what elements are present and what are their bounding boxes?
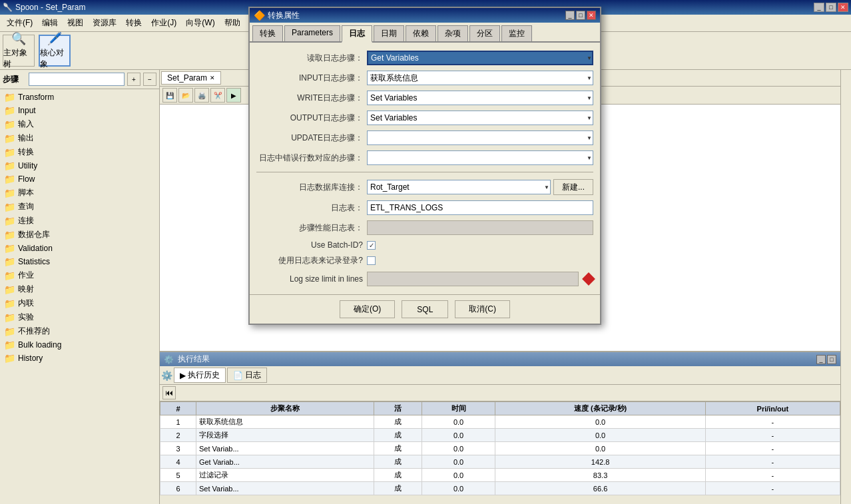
input-log-control: 获取系统信息 ▼ (367, 71, 593, 85)
form-separator (256, 172, 593, 172)
write-log-label: WRITE日志步骤： (256, 93, 363, 104)
dialog-overlay: 🔶 转换属性 _ □ ✕ 转换 Parameters 日志 日期 依赖 杂项 分… (0, 0, 851, 504)
output-log-select[interactable]: Set Variables (367, 111, 593, 125)
write-log-select[interactable]: Set Variables (367, 91, 593, 105)
log-table-row: 日志表： (256, 200, 593, 215)
use-batch-row: Use Batch-ID? (256, 240, 593, 250)
error-log-select[interactable] (367, 150, 593, 165)
perf-table-control (367, 220, 593, 235)
log-table-input[interactable] (367, 200, 593, 215)
dialog-tab-partition[interactable]: 分区 (469, 25, 500, 41)
dialog-tab-transform[interactable]: 转换 (252, 25, 283, 41)
dialog-body: 读取日志步骤： Get Variables ▼ INPUT日志步骤： (250, 43, 600, 294)
ok-button[interactable]: 确定(O) (340, 300, 395, 318)
error-log-label: 日志中错误行数对应的步骤： (256, 152, 363, 164)
dialog-tab-date[interactable]: 日期 (374, 25, 404, 41)
dialog-tab-monitor[interactable]: 监控 (501, 25, 532, 41)
perf-table-label: 步骤性能日志表： (256, 222, 363, 234)
log-size-input[interactable] (367, 272, 579, 286)
dialog-tab-log[interactable]: 日志 (342, 25, 372, 43)
output-log-control: Set Variables ▼ (367, 111, 593, 125)
log-table-control (367, 200, 593, 215)
use-log-record-label: 使用日志表来记录登录? (256, 255, 363, 266)
dialog-footer: 确定(O) SQL 取消(C) (250, 294, 600, 324)
write-log-row: WRITE日志步骤： Set Variables ▼ (256, 91, 593, 105)
dialog-tabs: 转换 Parameters 日志 日期 依赖 杂项 分区 监控 (250, 23, 600, 43)
db-conn-control: Rot_Target ▼ 新建... (367, 179, 593, 195)
dialog-maximize-btn[interactable]: □ (576, 11, 585, 20)
log-table-label: 日志表： (256, 202, 363, 214)
perf-table-row: 步骤性能日志表： (256, 220, 593, 235)
use-batch-checkbox[interactable] (367, 241, 376, 250)
read-log-select[interactable]: Get Variables (367, 51, 593, 65)
output-log-row: OUTPUT日志步骤： Set Variables ▼ (256, 111, 593, 125)
dialog-title-text: 转换属性 (268, 10, 300, 21)
log-size-control (367, 272, 593, 286)
dialog-window: 🔶 转换属性 _ □ ✕ 转换 Parameters 日志 日期 依赖 杂项 分… (248, 7, 601, 325)
use-log-record-checkbox[interactable] (367, 256, 376, 265)
cancel-button[interactable]: 取消(C) (455, 300, 510, 318)
update-log-select[interactable] (367, 130, 593, 145)
read-log-label: 读取日志步骤： (256, 53, 363, 64)
dialog-close-btn[interactable]: ✕ (587, 11, 596, 20)
sql-button[interactable]: SQL (402, 300, 448, 318)
update-log-control: ▼ (367, 130, 593, 145)
output-log-label: OUTPUT日志步骤： (256, 113, 363, 124)
dialog-tab-parameters[interactable]: Parameters (284, 25, 340, 41)
input-log-select[interactable]: 获取系统信息 (367, 71, 593, 85)
dialog-title-left: 🔶 转换属性 (254, 10, 300, 21)
new-connection-button[interactable]: 新建... (553, 179, 593, 195)
perf-table-input[interactable] (367, 220, 593, 235)
db-conn-row: 日志数据库连接： Rot_Target ▼ 新建... (256, 179, 593, 195)
read-log-control: Get Variables ▼ (367, 51, 593, 65)
error-log-control: ▼ (367, 150, 593, 165)
error-log-row: 日志中错误行数对应的步骤： ▼ (256, 150, 593, 165)
db-conn-select[interactable]: Rot_Target (367, 180, 551, 194)
dialog-tab-depends[interactable]: 依赖 (406, 25, 436, 41)
update-log-row: UPDATE日志步骤： ▼ (256, 130, 593, 145)
log-size-row: Log size limit in lines (256, 272, 593, 286)
log-size-diamond-icon[interactable] (582, 272, 595, 286)
input-log-row: INPUT日志步骤： 获取系统信息 ▼ (256, 71, 593, 85)
write-log-control: Set Variables ▼ (367, 91, 593, 105)
dialog-minimize-btn[interactable]: _ (565, 11, 575, 20)
use-log-record-control (367, 256, 593, 265)
use-batch-control (367, 241, 593, 250)
dialog-titlebar: 🔶 转换属性 _ □ ✕ (250, 8, 600, 23)
db-conn-label: 日志数据库连接： (256, 182, 363, 193)
update-log-label: UPDATE日志步骤： (256, 132, 363, 144)
dialog-title-icon: 🔶 (254, 10, 265, 21)
use-log-record-row: 使用日志表来记录登录? (256, 255, 593, 266)
log-size-label: Log size limit in lines (256, 274, 363, 284)
input-log-label: INPUT日志步骤： (256, 73, 363, 84)
dialog-tab-misc[interactable]: 杂项 (437, 25, 468, 41)
use-batch-label: Use Batch-ID? (256, 240, 363, 250)
read-log-row: 读取日志步骤： Get Variables ▼ (256, 51, 593, 65)
